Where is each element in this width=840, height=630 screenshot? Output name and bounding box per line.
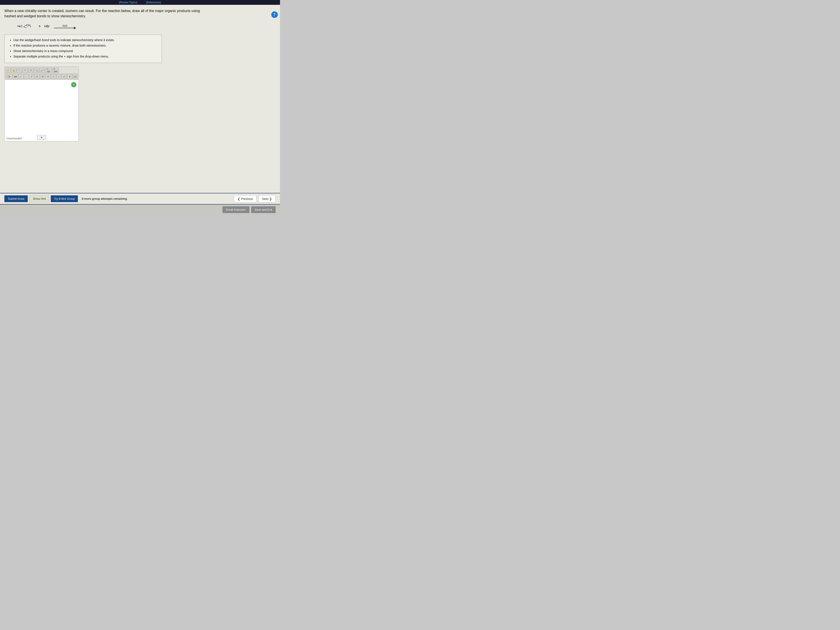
bond-type-dropdown[interactable]: ▾	[46, 74, 51, 79]
chevron-left-icon: ❮	[238, 197, 240, 201]
next-button[interactable]: Next ❯	[258, 195, 276, 202]
footer-bar: Email Instructor Save and Exit	[0, 204, 280, 215]
lasso-tool[interactable]: ⌖	[22, 68, 28, 73]
instruction-item-1: Use the wedge/hash bond tools to indicat…	[13, 38, 158, 43]
svg-line-4	[24, 27, 26, 28]
chevron-right-icon: ❯	[269, 197, 272, 201]
toolbar-row2: C▾ ⊕▾ / ··· / // /// ▾ □ ○ ⬡ ▾ [ ]±	[5, 74, 79, 80]
plus-sign: +	[38, 24, 41, 28]
atom-tool[interactable]: 🔒	[11, 68, 16, 73]
paste-tool[interactable]: Paste	[52, 68, 59, 73]
instruction-item-2: If the reaction produces a racemic mixtu…	[13, 43, 158, 48]
instructions-box: Use the wedge/hash bond tools to indicat…	[5, 35, 162, 63]
try-entire-group-button[interactable]: Try Entire Group	[51, 195, 78, 202]
hex-tool[interactable]: ⬡	[62, 74, 67, 79]
bottom-bar: Submit Answ Show Hint Try Entire Group 8…	[0, 193, 280, 204]
svg-text:₂: ₂	[30, 25, 31, 28]
instruction-item-3: Show stereochemistry in a meso compound.	[13, 49, 158, 54]
hand-tool[interactable]: ✋	[5, 68, 11, 73]
product-dropdown[interactable]: ∨	[37, 135, 46, 140]
reaction-container: H ₃ C CH ₂ + HBr dark	[17, 22, 276, 31]
chemdoodle-label: ChemDoodle®	[6, 137, 22, 140]
shape-dropdown[interactable]: ▾	[67, 74, 72, 79]
lasso2-tool[interactable]: ⬡	[28, 68, 33, 73]
arrow-line	[54, 28, 76, 28]
svg-line-3	[24, 25, 26, 27]
review-topics-link[interactable]: [Review Topics]	[119, 1, 137, 4]
rect-tool[interactable]: □	[51, 74, 56, 79]
svg-text:CH: CH	[26, 24, 30, 27]
triple-bond-tool[interactable]: ///	[40, 74, 45, 79]
nav-buttons: ❮ Previous Next ❯	[234, 195, 276, 202]
zoom-in-tool[interactable]: 🔍	[34, 68, 39, 73]
reaction-arrow: dark	[54, 24, 76, 28]
question-text: When a new chirality center is created, …	[5, 8, 201, 19]
charge-tool[interactable]: ⊕▾	[13, 74, 18, 79]
copy-tool[interactable]: Copy	[45, 68, 52, 73]
circle-tool[interactable]: ○	[57, 74, 62, 79]
condition-label: dark	[62, 24, 67, 27]
pencil-tool[interactable]: ✏️	[17, 68, 22, 73]
instruction-item-4: Separate multiple products using the + s…	[13, 54, 158, 59]
reagent-label: HBr	[44, 25, 50, 28]
dashed-bond-tool[interactable]: ···	[24, 74, 29, 79]
toolbar-row1: ✋ 🔒 ✏️ ⌖ ⬡ 🔍 🔎 Copy Paste	[5, 67, 79, 74]
attempts-remaining: 8 more group attempts remaining	[82, 197, 127, 201]
chemdoodle-section: ✋ 🔒 ✏️ ⌖ ⬡ 🔍 🔎 Copy Paste C▾ ⊕▾ / ··· / …	[5, 66, 79, 141]
zoom-out-tool[interactable]: 🔎	[39, 68, 45, 73]
help-button-right[interactable]: ?	[271, 11, 278, 18]
svg-text:₃: ₃	[19, 25, 21, 28]
svg-text:C: C	[21, 25, 22, 28]
reactant-molecule-svg: H ₃ C CH ₂	[17, 22, 35, 31]
top-bar: [Review Topics] [References]	[0, 0, 280, 5]
bold-bond-tool[interactable]: /	[29, 74, 34, 79]
references-link[interactable]: [References]	[146, 1, 161, 4]
submit-answer-button[interactable]: Submit Answ	[5, 195, 28, 202]
main-content: ? When a new chirality center is created…	[0, 5, 280, 193]
single-bond-tool[interactable]: /	[18, 74, 24, 79]
canvas-area[interactable]: ?	[5, 80, 79, 141]
carbon-dropdown[interactable]: C▾	[5, 74, 13, 79]
instructions-list: Use the wedge/hash bond tools to indicat…	[8, 38, 158, 59]
double-bond-tool[interactable]: //	[35, 74, 39, 79]
canvas-help-circle[interactable]: ?	[71, 82, 76, 87]
previous-button[interactable]: ❮ Previous	[234, 195, 257, 202]
save-exit-button[interactable]: Save and Exit	[251, 206, 276, 213]
email-instructor-button[interactable]: Email Instructor	[223, 206, 249, 213]
bracket-tool[interactable]: [ ]±	[73, 74, 77, 79]
show-hint-button[interactable]: Show Hint	[30, 195, 49, 202]
